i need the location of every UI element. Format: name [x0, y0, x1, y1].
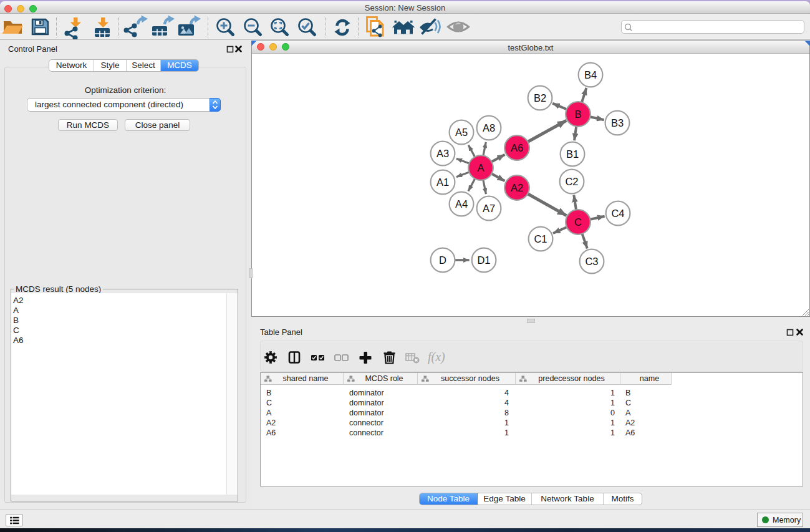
svg-text:C4: C4 [611, 208, 624, 219]
svg-text:A6: A6 [511, 142, 523, 153]
svg-text:B1: B1 [566, 148, 579, 160]
svg-text:A2: A2 [511, 182, 523, 193]
svg-text:A4: A4 [455, 198, 468, 210]
svg-text:D1: D1 [477, 254, 490, 266]
svg-text:C3: C3 [585, 256, 598, 267]
svg-text:A5: A5 [455, 127, 468, 138]
svg-text:B3: B3 [611, 117, 624, 128]
svg-text:A7: A7 [483, 203, 495, 214]
svg-text:A: A [477, 162, 484, 173]
svg-text:C: C [574, 216, 582, 228]
svg-text:A1: A1 [436, 177, 449, 188]
svg-text:C2: C2 [565, 176, 578, 187]
svg-text:A3: A3 [436, 148, 449, 159]
svg-text:D: D [439, 254, 446, 266]
svg-text:B: B [574, 109, 581, 120]
svg-text:A8: A8 [483, 122, 495, 133]
svg-text:C1: C1 [534, 233, 547, 244]
svg-text:B4: B4 [584, 69, 597, 80]
svg-text:B2: B2 [534, 92, 546, 104]
